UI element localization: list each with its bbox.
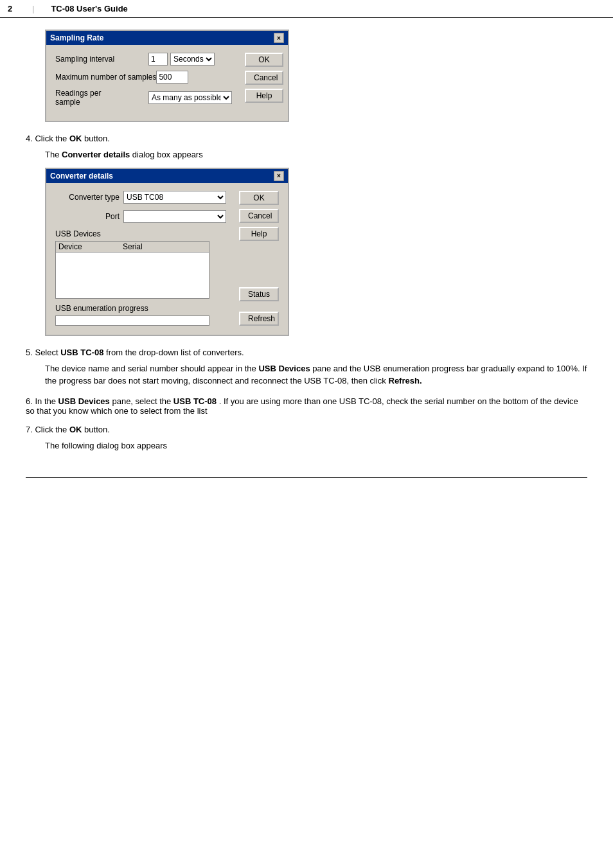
usb-devices-table: Device Serial — [55, 241, 209, 299]
step6-mid: pane, select the — [112, 396, 173, 406]
seconds-select[interactable]: Seconds Minutes — [170, 53, 215, 66]
step4-text-post: button. — [84, 134, 110, 143]
step5: 5. Select USB TC-08 from the drop-down l… — [26, 348, 587, 357]
device-col-header: Device — [58, 242, 123, 251]
converter-details-titlebar: Converter details × — [46, 169, 288, 183]
sampling-rate-two-col: Sampling interval Seconds Minutes Maximu… — [55, 53, 279, 112]
sampling-rate-btn-col: OK Cancel Help — [238, 53, 283, 112]
sampling-interval-row: Sampling interval Seconds Minutes — [55, 53, 232, 66]
step5-paragraph: The device name and serial number should… — [45, 362, 587, 387]
converter-details-two-col: Converter type USB TC08 Port — [55, 191, 279, 326]
step6-number: 6. — [26, 396, 33, 406]
step5-text-pre: Select — [35, 348, 60, 357]
step7-body: The following dialog box appears — [45, 439, 587, 452]
converter-cancel-button[interactable]: Cancel — [239, 209, 279, 223]
usb-progress-bar — [55, 315, 209, 326]
converter-type-label: Converter type — [55, 193, 120, 202]
sampling-rate-title: Sampling Rate — [50, 33, 103, 42]
max-samples-label: Maximum number of samples — [55, 73, 156, 82]
converter-refresh-button[interactable]: Refresh — [239, 312, 279, 326]
step7: 7. Click the OK button. — [26, 425, 587, 434]
converter-details-intro: The — [45, 150, 62, 159]
sampling-rate-main-col: Sampling interval Seconds Minutes Maximu… — [55, 53, 232, 112]
usb-devices-label: USB Devices — [55, 229, 226, 238]
step6: 6. In the USB Devices pane, select the U… — [26, 396, 587, 416]
converter-type-row: Converter type USB TC08 — [55, 191, 226, 204]
step6-usbtc08-bold: USB TC-08 — [173, 396, 217, 406]
sampling-interval-label: Sampling interval — [55, 55, 148, 64]
converter-ok-button[interactable]: OK — [239, 191, 279, 205]
step4: 4. Click the OK button. — [26, 134, 587, 143]
converter-help-button[interactable]: Help — [239, 227, 279, 241]
converter-details-post: dialog box appears — [132, 150, 203, 159]
sampling-rate-titlebar: Sampling Rate × — [46, 31, 288, 45]
step4-text-pre: Click the — [35, 134, 69, 143]
converter-details-body: Converter type USB TC08 Port — [46, 183, 288, 335]
page-number: 2 — [8, 4, 27, 13]
sampling-interval-input[interactable] — [148, 53, 168, 66]
step4-body: The Converter details dialog box appears — [45, 148, 587, 161]
usb-enum-label: USB enumeration progress — [55, 304, 226, 313]
converter-details-close-button[interactable]: × — [274, 171, 284, 181]
page-title: TC-08 User's Guide — [51, 4, 127, 13]
port-row: Port — [55, 210, 226, 223]
step4-number: 4. — [26, 134, 33, 143]
readings-label: Readings per sample — [55, 89, 148, 107]
step7-post: button. — [84, 425, 110, 434]
converter-details-dialog: Converter details × Converter type USB T… — [45, 168, 289, 336]
usb-table-header: Device Serial — [56, 242, 209, 252]
max-samples-row: Maximum number of samples — [55, 71, 232, 84]
step7-number: 7. — [26, 425, 33, 434]
sampling-rate-dialog: Sampling Rate × Sampling interval Second… — [45, 30, 289, 122]
step5-number: 5. — [26, 348, 33, 357]
page-header: 2 | TC-08 User's Guide — [0, 0, 613, 18]
sampling-rate-body: Sampling interval Seconds Minutes Maximu… — [46, 45, 288, 121]
step5-body: The device name and serial number should… — [45, 362, 587, 387]
step7-pre: Click the — [35, 425, 69, 434]
step5-body1: The device name and serial number should… — [45, 364, 258, 373]
port-select[interactable] — [123, 210, 226, 223]
sampling-rate-close-button[interactable]: × — [274, 33, 284, 43]
converter-btn-col: OK Cancel Help Status Refresh — [233, 191, 279, 326]
step7-body-text: The following dialog box appears — [45, 441, 167, 450]
step4-ok-bold: OK — [69, 134, 82, 143]
step7-ok-bold: OK — [69, 425, 82, 434]
step5-usbtc08-bold: USB TC-08 — [60, 348, 103, 357]
sampling-rate-help-button[interactable]: Help — [245, 89, 283, 103]
serial-col-header: Serial — [123, 242, 187, 251]
sampling-rate-ok-button[interactable]: OK — [245, 53, 283, 67]
converter-details-bold: Converter details — [62, 150, 130, 159]
step6-pre: In the — [35, 396, 58, 406]
converter-type-select[interactable]: USB TC08 — [123, 191, 226, 204]
readings-select[interactable]: As many as possible 1 2 — [148, 91, 232, 104]
step6-usb-devices-bold: USB Devices — [58, 396, 110, 406]
step5-text-post: from the drop-down list of converters. — [106, 348, 244, 357]
sampling-rate-cancel-button[interactable]: Cancel — [245, 71, 283, 85]
page-content: Sampling Rate × Sampling interval Second… — [0, 30, 613, 508]
port-label: Port — [55, 212, 120, 221]
readings-row: Readings per sample As many as possible … — [55, 89, 232, 107]
max-samples-input[interactable] — [156, 71, 188, 84]
usb-devices-section: USB Devices Device Serial USB enumeratio… — [55, 229, 226, 326]
step5-usb-devices-bold: USB Devices — [258, 364, 310, 373]
converter-details-title: Converter details — [50, 172, 113, 181]
converter-status-button[interactable]: Status — [239, 287, 279, 301]
step5-refresh-bold: Refresh. — [389, 376, 422, 385]
page-footer — [26, 477, 587, 482]
converter-main-col: Converter type USB TC08 Port — [55, 191, 226, 326]
